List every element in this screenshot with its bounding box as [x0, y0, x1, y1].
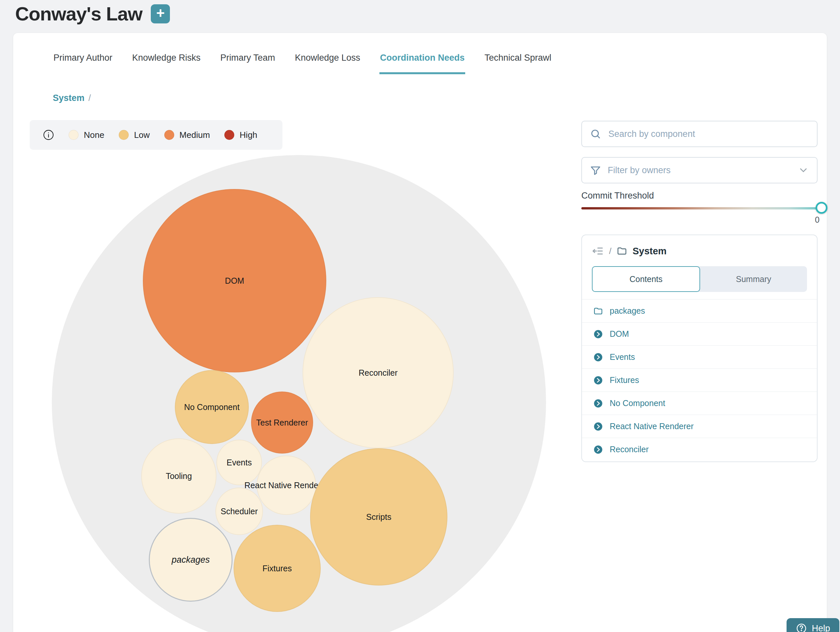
bubble-label: Fixtures [263, 564, 292, 573]
bubble-dom[interactable]: DOM [143, 189, 326, 372]
commit-threshold-label: Commit Threshold [581, 191, 654, 201]
tab-knowledge-risks[interactable]: Knowledge Risks [132, 50, 201, 74]
panel-title: System [633, 246, 666, 257]
owner-filter[interactable]: Filter by owners [581, 157, 818, 183]
component-icon [593, 329, 603, 339]
legend-dot [224, 130, 234, 140]
panel-tab-label: Contents [630, 274, 663, 284]
list-item-label: Reconciler [610, 444, 649, 454]
list-item-label: packages [610, 306, 645, 316]
list-item-label: React Native Renderer [610, 422, 693, 431]
back-icon[interactable] [592, 245, 604, 257]
bubble-test-renderer[interactable]: Test Renderer [251, 392, 313, 454]
tab-primary-author[interactable]: Primary Author [53, 50, 113, 74]
tab-technical-sprawl[interactable]: Technical Sprawl [484, 50, 552, 74]
explorer-panel: / System ContentsSummary packagesDOMEven… [581, 235, 818, 462]
list-item-reconciler[interactable]: Reconciler [582, 438, 817, 461]
contents-list: packagesDOMEventsFixturesNo ComponentRea… [582, 299, 817, 461]
legend-dot [164, 130, 174, 140]
filter-icon [590, 165, 601, 176]
legend-dot [69, 130, 79, 140]
list-item-label: Events [610, 352, 635, 362]
legend-dot [119, 130, 129, 140]
breadcrumb-separator: / [88, 93, 91, 103]
folder-icon [617, 246, 627, 256]
list-item-no-component[interactable]: No Component [582, 392, 817, 415]
bubble-label: Events [227, 458, 252, 467]
legend-item-medium: Medium [164, 130, 210, 140]
slider-handle[interactable] [816, 202, 827, 214]
tab-bar: Primary AuthorKnowledge RisksPrimary Tea… [53, 50, 552, 74]
slider-value: 0 [815, 215, 819, 225]
list-item-label: DOM [610, 329, 629, 339]
add-button[interactable]: + [151, 4, 170, 24]
bubble-scripts[interactable]: Scripts [310, 448, 447, 585]
bubble-packages[interactable]: packages [149, 518, 233, 602]
help-icon [796, 623, 807, 632]
list-item-label: Fixtures [610, 375, 639, 385]
tab-knowledge-loss[interactable]: Knowledge Loss [294, 50, 361, 74]
bubble-events[interactable]: Events [216, 440, 262, 485]
bubble-label: No Component [184, 402, 240, 412]
legend-label: Medium [180, 130, 210, 140]
help-button[interactable]: Help [786, 618, 839, 632]
list-item-packages[interactable]: packages [582, 299, 817, 322]
legend-item-none: None [69, 130, 104, 140]
plus-icon: + [156, 6, 165, 20]
component-icon [593, 352, 603, 362]
list-item-label: No Component [610, 399, 665, 408]
bubble-tooling[interactable]: Tooling [141, 438, 216, 514]
list-item-react-native-renderer[interactable]: React Native Renderer [582, 415, 817, 438]
bubble-label: React Native Renderer [245, 481, 328, 490]
panel-tabs: ContentsSummary [592, 266, 807, 292]
app-header: Conway's Law + [15, 3, 170, 25]
path-separator: / [609, 246, 611, 256]
list-item-dom[interactable]: DOM [582, 322, 817, 345]
panel-header: / System [582, 235, 817, 257]
bubble-reconciler[interactable]: Reconciler [303, 297, 454, 448]
legend-item-high: High [224, 130, 257, 140]
list-item-events[interactable]: Events [582, 345, 817, 369]
panel-tab-summary[interactable]: Summary [700, 266, 807, 292]
breadcrumb: System / [53, 93, 91, 103]
folder-icon [593, 306, 603, 316]
tab-primary-team[interactable]: Primary Team [220, 50, 276, 74]
bubble-label: Scheduler [221, 507, 258, 516]
chevron-down-icon [798, 165, 809, 176]
breadcrumb-system[interactable]: System [53, 93, 84, 103]
legend-items: NoneLowMediumHigh [69, 130, 257, 140]
legend-item-low: Low [119, 130, 150, 140]
legend-label: None [84, 130, 104, 140]
bubble-label: packages [172, 555, 210, 565]
component-icon [593, 375, 603, 385]
search-input[interactable] [608, 129, 809, 140]
risk-legend: NoneLowMediumHigh [30, 120, 283, 150]
search-icon [590, 128, 601, 140]
bubble-scheduler[interactable]: Scheduler [215, 487, 263, 535]
list-item-fixtures[interactable]: Fixtures [582, 369, 817, 392]
legend-label: High [240, 130, 257, 140]
info-icon[interactable] [43, 129, 54, 140]
filter-label: Filter by owners [608, 165, 791, 175]
help-label: Help [812, 623, 830, 632]
legend-label: Low [134, 130, 150, 140]
bubble-label: Scripts [366, 512, 391, 522]
conways-law-app: { "page": { "title": "Conway's Law" }, "… [0, 0, 840, 632]
component-icon [593, 444, 603, 454]
bubble-no-component[interactable]: No Component [175, 370, 249, 444]
bubble-label: Tooling [166, 471, 192, 481]
panel-tab-label: Summary [736, 274, 771, 284]
tab-coordination-needs[interactable]: Coordination Needs [379, 50, 466, 74]
bubble-label: Test Renderer [256, 418, 308, 427]
component-search [581, 121, 818, 147]
bubble-react-native-renderer[interactable]: React Native Renderer [257, 455, 316, 515]
bubble-fixtures[interactable]: Fixtures [234, 525, 321, 612]
bubble-label: Reconciler [358, 368, 398, 378]
commit-threshold-slider[interactable] [581, 207, 826, 210]
component-icon [593, 399, 603, 408]
panel-tab-contents[interactable]: Contents [592, 266, 700, 292]
component-icon [593, 422, 603, 432]
bubble-chart[interactable]: DOMReconcilerNo ComponentTest RendererEv… [52, 155, 546, 632]
bubble-label: DOM [225, 276, 244, 286]
page-title: Conway's Law [15, 3, 142, 25]
